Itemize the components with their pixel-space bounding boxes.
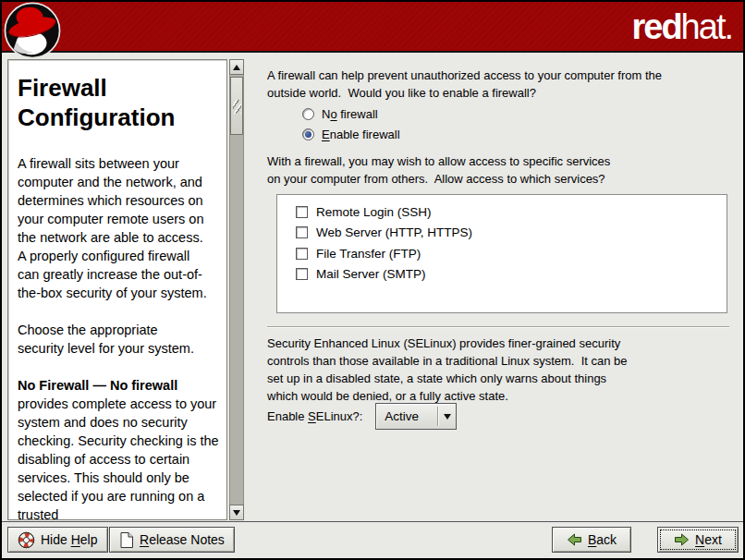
next-label: Next — [695, 532, 722, 547]
button-bar: Hide Help Release Notes Back Next — [2, 521, 743, 558]
firewall-config-area: A firewall can help prevent unauthorized… — [261, 59, 738, 468]
scrollbar-thumb[interactable] — [230, 77, 243, 135]
wordmark-hat: hat. — [681, 7, 732, 46]
arrow-down-icon — [233, 510, 240, 516]
service-row-smtp[interactable]: Mail Server (SMTP) — [296, 264, 727, 286]
radio-no-firewall-label: No firewall — [322, 107, 378, 121]
checkbox-icon[interactable] — [296, 226, 308, 238]
selinux-setting-row: Enable SELinux?: Active — [267, 403, 457, 430]
help-paragraph-1: A firewall sits between your computer an… — [18, 154, 219, 302]
arrow-left-icon — [567, 533, 582, 546]
top-banner: redhat. — [2, 2, 743, 53]
checkbox-icon[interactable] — [296, 206, 308, 218]
scroll-down-button[interactable] — [229, 505, 244, 520]
back-button[interactable]: Back — [552, 527, 631, 553]
help-paragraph-3: No Firewall — No firewall provides compl… — [18, 376, 219, 520]
firewall-radio-group: No firewall Enable firewall — [302, 103, 400, 144]
life-ring-icon — [18, 531, 35, 549]
redhat-wordmark: redhat. — [631, 9, 732, 44]
arrow-up-icon — [233, 65, 240, 70]
next-button[interactable]: Next — [657, 527, 739, 553]
help-text-area: Firewall Configuration A firewall sits b… — [7, 59, 227, 520]
service-row-ssh[interactable]: Remote Login (SSH) — [296, 201, 727, 223]
checkbox-icon[interactable] — [296, 248, 308, 260]
scroll-up-button[interactable] — [229, 59, 244, 75]
horizontal-separator — [267, 326, 729, 328]
services-list: Remote Login (SSH) Web Server (HTTP, HTT… — [276, 194, 727, 313]
wordmark-red: red — [631, 7, 680, 46]
checkbox-icon[interactable] — [296, 268, 308, 280]
service-row-ftp[interactable]: File Transfer (FTP) — [296, 243, 727, 264]
redhat-shadowman-logo-icon — [4, 2, 61, 59]
selinux-description-text: Security Enhanced Linux (SELinux) provid… — [267, 335, 628, 405]
firewall-intro-text: A firewall can help prevent unauthorized… — [267, 67, 662, 102]
service-label: Mail Server (SMTP) — [316, 267, 426, 281]
help-title: Firewall Configuration — [18, 73, 219, 132]
back-label: Back — [588, 532, 617, 547]
service-label: Remote Login (SSH) — [316, 205, 432, 219]
arrow-right-icon — [674, 533, 690, 546]
selinux-dropdown-value: Active — [376, 404, 437, 429]
hide-help-button[interactable]: Hide Help — [7, 527, 108, 553]
help-paragraph-2: Choose the appropriate security level fo… — [18, 321, 219, 358]
document-icon — [119, 531, 134, 549]
radio-no-firewall[interactable]: No firewall — [302, 103, 400, 124]
radio-button-selected-icon[interactable] — [302, 128, 314, 140]
radio-enable-firewall-label: Enable firewall — [322, 128, 400, 141]
help-panel: Firewall Configuration A firewall sits b… — [7, 59, 244, 520]
help-paragraph-3-bold: No Firewall — No firewall — [18, 378, 177, 393]
release-notes-label: Release Notes — [140, 532, 225, 547]
service-label: File Transfer (FTP) — [316, 247, 421, 261]
selinux-label: Enable SELinux?: — [267, 409, 362, 423]
chevron-down-icon — [438, 404, 456, 429]
release-notes-button[interactable]: Release Notes — [109, 527, 235, 553]
selinux-dropdown[interactable]: Active — [375, 403, 457, 430]
radio-button-icon[interactable] — [302, 108, 314, 120]
installer-window: redhat. Firewall Configuration A firewal… — [0, 0, 745, 560]
services-question-text: With a firewall, you may wish to allow a… — [267, 152, 610, 188]
scrollbar-grip-icon — [233, 100, 241, 114]
help-paragraph-3-rest: provides complete access to your system … — [18, 378, 223, 520]
service-label: Web Server (HTTP, HTTPS) — [316, 225, 472, 239]
hide-help-label: Hide Help — [41, 532, 98, 547]
radio-enable-firewall[interactable]: Enable firewall — [302, 124, 400, 144]
help-scrollbar[interactable] — [229, 59, 244, 520]
scrollbar-trough[interactable] — [229, 75, 244, 505]
service-row-web[interactable]: Web Server (HTTP, HTTPS) — [296, 223, 727, 244]
